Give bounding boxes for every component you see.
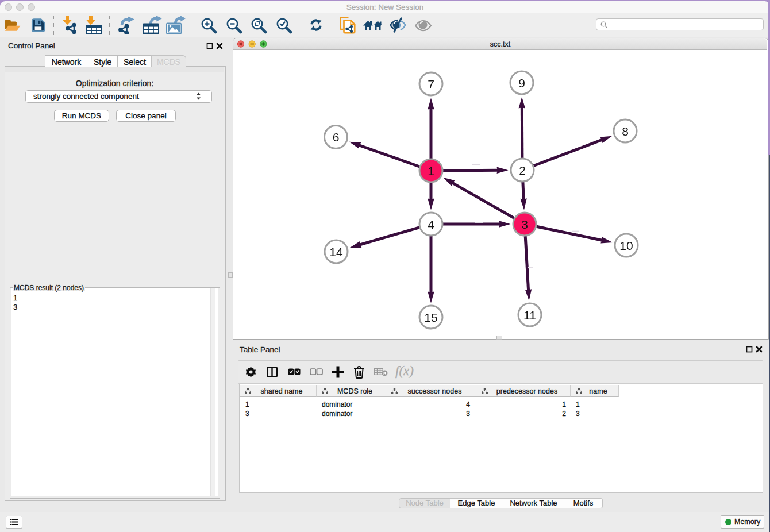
svg-text:8: 8 [622, 125, 629, 138]
svg-text:1: 1 [428, 164, 434, 178]
svg-text:3: 3 [521, 218, 528, 231]
svg-text:15: 15 [424, 311, 437, 324]
svg-text:11: 11 [523, 309, 536, 322]
svg-text:10: 10 [619, 239, 633, 252]
svg-text:4: 4 [428, 218, 434, 231]
svg-text:2: 2 [519, 164, 526, 177]
svg-text:7: 7 [428, 78, 434, 91]
svg-text:9: 9 [518, 76, 525, 90]
svg-text:14: 14 [329, 245, 343, 259]
svg-text:6: 6 [333, 130, 340, 144]
